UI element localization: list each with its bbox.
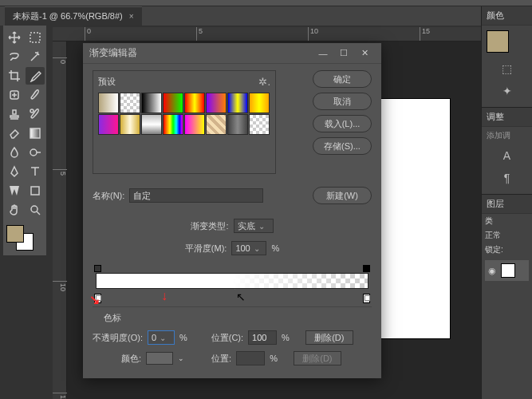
preset-gradient[interactable]	[163, 93, 183, 113]
preset-gradient[interactable]	[120, 93, 140, 113]
type-select[interactable]: 实底	[234, 219, 274, 233]
color-box	[146, 352, 173, 365]
preset-gradient[interactable]	[227, 114, 248, 135]
blur-tool[interactable]	[5, 144, 24, 161]
wand-tool[interactable]	[26, 48, 45, 65]
preset-gradient[interactable]	[184, 93, 205, 113]
gradient-bar[interactable]	[93, 267, 372, 302]
lock-label: 锁定:	[482, 243, 532, 257]
color-stop-left[interactable]	[94, 294, 101, 303]
heal-tool[interactable]	[5, 86, 24, 104]
brush-tool[interactable]	[26, 86, 45, 104]
foreground-swatch[interactable]	[6, 225, 24, 243]
opacity-select[interactable]: 0	[148, 330, 175, 345]
move-tool[interactable]	[5, 29, 24, 46]
preset-gradient[interactable]	[98, 114, 119, 135]
pen-tool[interactable]	[5, 163, 24, 180]
dialog-title: 渐变编辑器	[89, 46, 313, 60]
save-button[interactable]: 存储(S)...	[313, 137, 372, 155]
ruler-vertical: 0 5 10 15	[53, 41, 67, 399]
panel-layers-header[interactable]: 图层	[482, 195, 532, 214]
close-icon[interactable]: ×	[129, 12, 134, 21]
gradient-preview[interactable]	[96, 273, 368, 289]
minimize-icon[interactable]: —	[313, 45, 333, 61]
swatches-icon[interactable]: ✦	[482, 80, 532, 102]
crop-tool[interactable]	[5, 67, 24, 85]
gear-icon[interactable]: ✲.	[258, 76, 270, 88]
maximize-icon[interactable]: ☐	[333, 45, 354, 61]
new-button[interactable]: 新建(W)	[313, 187, 372, 204]
pct-label: %	[179, 333, 187, 342]
position2-input	[236, 351, 265, 365]
eraser-tool[interactable]	[5, 124, 24, 142]
hand-tool[interactable]	[5, 201, 24, 219]
color-swatches[interactable]	[5, 225, 45, 252]
load-button[interactable]: 载入(L)...	[313, 115, 372, 132]
cancel-button[interactable]: 取消	[313, 93, 372, 110]
preset-gradient[interactable]	[227, 93, 248, 113]
preset-grid	[98, 93, 270, 135]
color-stop-right[interactable]	[363, 294, 370, 303]
type-tool[interactable]	[26, 163, 45, 180]
preset-gradient[interactable]	[184, 114, 205, 135]
preset-gradient[interactable]	[98, 93, 119, 113]
add-adjustment-label: 添加调	[482, 127, 532, 144]
document-tab[interactable]: 未标题-1 @ 66.7%(RGB/8#) ×	[5, 6, 142, 26]
opacity-stop-left[interactable]	[94, 265, 101, 272]
dodge-tool[interactable]	[26, 144, 45, 161]
svg-point-6	[31, 206, 37, 212]
tab-title: 未标题-1 @ 66.7%(RGB/8#)	[13, 10, 123, 22]
preset-gradient[interactable]	[249, 114, 270, 135]
zoom-tool[interactable]	[26, 201, 45, 219]
stops-header: 色标	[104, 312, 372, 324]
opacity-stop-right[interactable]	[363, 265, 370, 272]
ruler-tick: 10	[308, 27, 318, 41]
name-input[interactable]	[129, 188, 263, 203]
svg-rect-0	[30, 33, 40, 42]
blend-mode[interactable]: 正常	[482, 228, 532, 243]
panel-color-swatch[interactable]	[487, 30, 509, 53]
close-icon[interactable]: ✕	[354, 45, 375, 61]
brushes-icon[interactable]: ⬚	[482, 57, 532, 80]
ruler-tick: 0	[53, 57, 67, 64]
eyedropper-tool[interactable]	[26, 67, 45, 85]
marquee-tool[interactable]	[26, 29, 45, 46]
position-label: 位置(C):	[211, 332, 243, 344]
svg-point-2	[30, 109, 33, 113]
right-panel: 颜色 ⬚ ✦ 调整 添加调 A ¶ 图层 类 正常 锁定: ◉	[481, 6, 532, 399]
toolbox	[3, 26, 46, 255]
color-label: 颜色:	[121, 353, 141, 365]
svg-point-4	[30, 149, 37, 156]
lasso-tool[interactable]	[5, 48, 24, 65]
stamp-tool[interactable]	[5, 105, 24, 123]
shape-tool[interactable]	[26, 182, 45, 200]
preset-gradient[interactable]	[206, 114, 227, 135]
ruler-tick: 10	[53, 281, 67, 291]
layer-kind: 类	[482, 214, 532, 228]
position-input[interactable]	[248, 330, 277, 345]
path-tool[interactable]	[5, 182, 24, 200]
char-icon[interactable]: A	[482, 144, 532, 167]
preset-gradient[interactable]	[141, 114, 162, 135]
delete-button[interactable]: 删除(D)	[305, 330, 353, 345]
smooth-select[interactable]: 100	[231, 241, 266, 255]
layer-thumb	[501, 263, 515, 278]
preset-gradient[interactable]	[141, 93, 162, 113]
ok-button[interactable]: 确定	[313, 70, 372, 88]
smooth-label: 平滑度(M):	[185, 243, 227, 255]
ruler-tick: 0	[85, 27, 91, 41]
preset-gradient[interactable]	[249, 93, 270, 113]
preset-gradient[interactable]	[163, 114, 183, 135]
history-brush-tool[interactable]	[26, 105, 45, 123]
dialog-titlebar[interactable]: 渐变编辑器 — ☐ ✕	[83, 43, 381, 64]
preset-gradient[interactable]	[120, 114, 140, 135]
panel-color-header[interactable]: 颜色	[482, 6, 532, 26]
gradient-tool[interactable]	[26, 124, 45, 142]
layer-row[interactable]: ◉	[485, 260, 529, 281]
type-label: 渐变类型:	[191, 220, 228, 232]
ruler-tick: 15	[53, 393, 67, 399]
preset-gradient[interactable]	[206, 93, 227, 113]
para-icon[interactable]: ¶	[482, 167, 532, 189]
visibility-icon[interactable]: ◉	[488, 266, 496, 276]
panel-adjust-header[interactable]: 调整	[482, 108, 532, 127]
